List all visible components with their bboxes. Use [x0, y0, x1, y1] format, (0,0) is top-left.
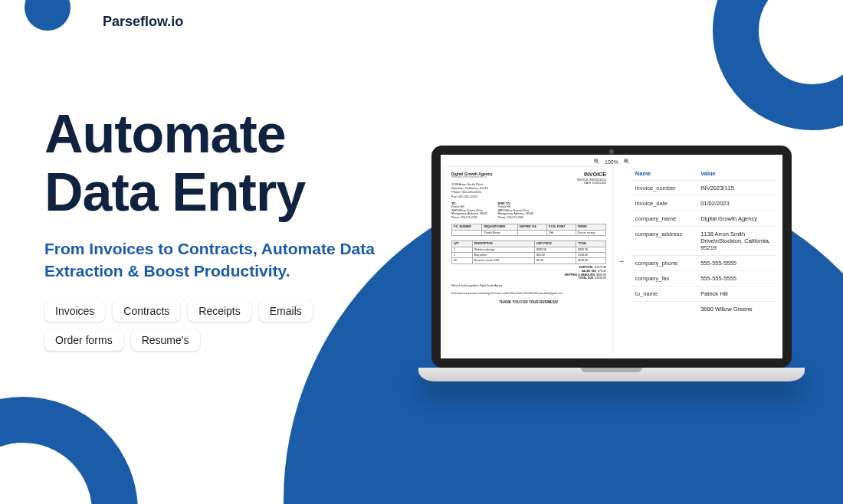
- hero-title-line1: Automate: [44, 104, 286, 164]
- th-total: TOTAL: [576, 241, 606, 247]
- extract-row: company_phone555-555-5555: [631, 255, 778, 270]
- invoice-fineprint-2: If you have any questions concerning thi…: [451, 293, 606, 296]
- chip-invoices: Invoices: [44, 300, 105, 322]
- document-pane: Digital Growth Agency Grow your online p…: [445, 167, 612, 354]
- chip-resumes: Resume's: [131, 329, 200, 351]
- to-4: Phone: 256-575-2342: [451, 216, 487, 220]
- invoice-thanks: THANK YOU FOR YOUR BUSINESS!: [451, 300, 606, 305]
- td-shipvia: [517, 230, 546, 235]
- chip-emails: Emails: [259, 300, 313, 322]
- extract-row: company_address1138 Arron Smith Drive\nS…: [631, 226, 778, 255]
- arrow-icon: →: [617, 167, 626, 354]
- th-shipvia: SHIPPED VIA: [517, 224, 546, 230]
- zoom-out-icon[interactable]: [593, 158, 600, 165]
- extract-row: to_namePatrick Hill: [631, 286, 778, 301]
- chip-list: Invoices Contracts Receipts Emails Order…: [44, 300, 359, 351]
- svg-line-1: [598, 162, 599, 164]
- company-addr-4: Fax: 555-555-5555: [451, 195, 492, 198]
- invoice-items-table: QTY DESCRIPTION UNIT PRICE TOTAL 1 Websi…: [451, 241, 606, 264]
- decor-ring-bottom: [0, 397, 138, 504]
- extract-row: invoice_date01/02/2023: [631, 195, 778, 211]
- hero-subtitle: From Invoices to Contracts, Automate Dat…: [44, 238, 412, 282]
- th-desc: DESCRIPTION: [472, 241, 534, 247]
- laptop-screen: 100% Digital Growth Agency Grow your onl…: [431, 146, 792, 368]
- hero-title: Automate Data Entry: [44, 106, 412, 221]
- zoom-level: 100%: [605, 159, 618, 165]
- table-row: 1 Website redesign $900.38 $900.38: [452, 247, 606, 252]
- th-po: P.O. NUMBER: [452, 224, 482, 230]
- invoice-totals: SUBTOTAL $1570.38 SALES TAX $78.32 SHIPP…: [451, 266, 606, 281]
- extract-row: 3680 Willow Greene: [631, 301, 778, 316]
- th-req: REQUISITIONER: [482, 224, 517, 230]
- extract-header: Name Value: [631, 167, 778, 180]
- extract-row: invoice_numberINV2023/115: [631, 180, 778, 195]
- th-qty: QTY: [452, 241, 473, 247]
- invoice-tagline: Grow your online presence with us: [451, 176, 492, 179]
- table-row: 2 Bug article $65.00 $130.00: [452, 252, 606, 257]
- decor-circle-filled: [25, 0, 71, 31]
- col-name: Name: [635, 170, 700, 177]
- decor-ring-top: [713, 0, 843, 130]
- th-terms: TERMS: [576, 224, 605, 230]
- brand-logo: Parseflow.io: [103, 14, 183, 30]
- chip-contracts: Contracts: [113, 300, 180, 322]
- shipto-label: SHIP TO:: [497, 201, 510, 205]
- ship-4: Phone: 256-575-2342: [497, 216, 533, 220]
- table-row: 60 Business cards x100 $0.90 $540.00: [452, 258, 606, 263]
- extracted-data-pane: Name Value invoice_numberINV2023/115 inv…: [631, 167, 778, 354]
- laptop-base: [418, 368, 805, 381]
- zoom-in-icon[interactable]: [623, 158, 630, 165]
- td-fob: DHL: [546, 230, 576, 235]
- app-body: Digital Growth Agency Grow your online p…: [441, 167, 782, 358]
- hero-title-line2: Data Entry: [44, 162, 305, 222]
- extract-row: company_nameDigital Growth Agency: [631, 211, 778, 226]
- laptop-mock: 100% Digital Growth Agency Grow your onl…: [418, 146, 805, 381]
- td-req: Patrick Brown: [482, 230, 517, 235]
- invoice-fineprint-1: Make all checks payable to Digital Growt…: [451, 285, 606, 288]
- th-unit: UNIT PRICE: [535, 241, 576, 247]
- to-label: TO:: [451, 201, 457, 205]
- app-toolbar: 100%: [441, 155, 782, 167]
- invoice-meta-table: P.O. NUMBER REQUISITIONER SHIPPED VIA F.…: [451, 224, 606, 236]
- extract-row: company_fax555-555-5555: [631, 270, 778, 286]
- chip-order-forms: Order forms: [44, 329, 123, 351]
- invoice-date: DATE: 01/02/2023: [577, 182, 606, 185]
- col-value: Value: [700, 170, 773, 177]
- chip-receipts: Receipts: [188, 300, 251, 322]
- hero-section: Automate Data Entry From Invoices to Con…: [44, 106, 412, 351]
- td-terms: Due on receipt: [576, 230, 605, 235]
- td-po: [452, 230, 482, 235]
- invoice-label: INVOICE: [577, 172, 606, 178]
- th-fob: F.O.B. POINT: [546, 224, 576, 230]
- svg-line-4: [628, 162, 629, 164]
- app-window: 100% Digital Growth Agency Grow your onl…: [441, 155, 782, 358]
